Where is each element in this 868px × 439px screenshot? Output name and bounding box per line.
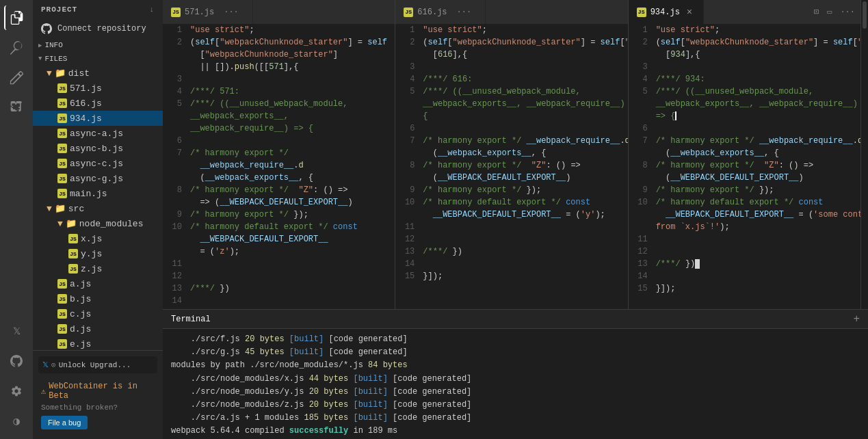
tab-label: 616.js bbox=[417, 8, 447, 17]
terminal-tab-label[interactable]: Terminal bbox=[171, 315, 211, 324]
tree-folder-src[interactable]: ▼ 📁 src bbox=[33, 201, 163, 216]
editor-content-1[interactable]: 1"use strict"; 2(self["webpackChunknode_… bbox=[163, 24, 395, 309]
terminal-line: ./src/f.js 20 bytes [built] [code genera… bbox=[171, 333, 860, 346]
project-header: PROJECT ↓ bbox=[33, 0, 163, 19]
terminal-line: ./src/node_modules/y.js 20 bytes [built]… bbox=[171, 386, 860, 399]
tree-file-ejs[interactable]: JS e.js bbox=[33, 336, 163, 350]
file-tree: ▼ 📁 dist JS 571.js JS 616.js JS 934.js J… bbox=[33, 66, 163, 350]
terminal-line: ./src/node_modules/z.js 20 bytes [built]… bbox=[171, 399, 860, 412]
terminal-add-button[interactable]: + bbox=[853, 313, 860, 325]
editor-area: JS 571.js ··· 1"use strict"; 2(self["web… bbox=[163, 0, 868, 439]
tab-616js[interactable]: JS 616.js ··· bbox=[395, 0, 486, 24]
tree-file-asyncg[interactable]: JS async-g.js bbox=[33, 171, 163, 186]
js-icon: JS bbox=[57, 159, 67, 168]
info-collapse-icon: ▶ bbox=[38, 42, 42, 49]
webcontainer-desc: Something broken? bbox=[41, 403, 155, 412]
js-icon: JS bbox=[57, 114, 67, 123]
activity-bottom: 𝕏 ◑ bbox=[4, 319, 29, 439]
tree-file-bjs[interactable]: JS b.js bbox=[33, 291, 163, 306]
editor-pane-3: JS 934.js × ⊡ ▭ ··· 1"use strict"; 2(sel… bbox=[629, 0, 861, 309]
tab-more-1[interactable]: ··· bbox=[218, 8, 244, 17]
theme-icon[interactable]: ◑ bbox=[4, 409, 29, 434]
tree-file-asynca[interactable]: JS async-a.js bbox=[33, 126, 163, 141]
github-small-icon: ⊙ bbox=[51, 360, 56, 369]
files-section[interactable]: ▼ FILES bbox=[33, 52, 163, 66]
sidebar-bottom: 𝕏 ⊙ Unlock Upgrad... ⚠ WebContainer is i… bbox=[33, 350, 163, 439]
js-icon: JS bbox=[57, 339, 67, 349]
tree-file-yjs[interactable]: JS y.js bbox=[33, 246, 163, 261]
terminal-content[interactable]: ./src/f.js 20 bytes [built] [code genera… bbox=[163, 329, 868, 439]
git-icon[interactable] bbox=[4, 66, 29, 90]
editor-pane-2: JS 616.js ··· 1"use strict"; 2(self["web… bbox=[395, 0, 628, 309]
info-label: INFO bbox=[44, 41, 62, 49]
bug-button[interactable]: File a bug bbox=[41, 416, 88, 429]
tab-label: 571.js bbox=[185, 8, 214, 17]
tree-file-asyncb[interactable]: JS async-b.js bbox=[33, 141, 163, 156]
files-icon[interactable] bbox=[4, 5, 29, 30]
editor-content-2[interactable]: 1"use strict"; 2(self["webpackChunknode_… bbox=[395, 24, 627, 309]
js-icon: JS bbox=[68, 249, 78, 258]
search-icon[interactable] bbox=[4, 36, 29, 60]
tree-file-934js[interactable]: JS 934.js bbox=[33, 111, 163, 126]
editor-content-3[interactable]: 1"use strict"; 2(self["webpackChunknode_… bbox=[629, 24, 860, 309]
scrollbar-thumb[interactable] bbox=[863, 1, 867, 29]
extensions-icon[interactable] bbox=[4, 96, 29, 120]
js-icon: JS bbox=[57, 324, 67, 334]
tree-file-xjs[interactable]: JS x.js bbox=[33, 231, 163, 246]
js-icon: JS bbox=[57, 279, 67, 289]
tab-934js[interactable]: JS 934.js × bbox=[629, 0, 704, 24]
tab-close-button[interactable]: × bbox=[684, 7, 695, 18]
tab-571js[interactable]: JS 571.js ··· bbox=[163, 0, 253, 24]
terminal-header: Terminal + bbox=[163, 310, 868, 329]
cloud-icon[interactable]: ↓ bbox=[149, 5, 155, 14]
js-icon: JS bbox=[57, 129, 67, 138]
github-bottom-icon[interactable] bbox=[4, 349, 29, 373]
twitter-icon[interactable]: 𝕏 bbox=[4, 319, 29, 343]
overflow-icon[interactable]: ··· bbox=[837, 6, 858, 18]
js-icon: JS bbox=[57, 309, 67, 319]
terminal-line: ./src/a.js + 1 modules 185 bytes [built]… bbox=[171, 412, 860, 425]
tree-folder-node_modules[interactable]: ▼ 📁 node_modules bbox=[33, 216, 163, 231]
upgrade-banner: 𝕏 ⊙ Unlock Upgrad... bbox=[38, 356, 157, 373]
tree-file-616js[interactable]: JS 616.js bbox=[33, 96, 163, 111]
tree-file-asyncc[interactable]: JS async-c.js bbox=[33, 156, 163, 171]
tree-file-cjs[interactable]: JS c.js bbox=[33, 306, 163, 321]
tree-file-zjs[interactable]: JS z.js bbox=[33, 261, 163, 276]
sidebar: PROJECT ↓ Connect repository ▶ INFO ▼ FI… bbox=[33, 0, 163, 439]
tree-file-djs[interactable]: JS d.js bbox=[33, 321, 163, 336]
upgrade-label[interactable]: Unlock Upgrad... bbox=[59, 361, 131, 369]
folder-icon: ▼ bbox=[47, 204, 52, 214]
js-icon: JS bbox=[68, 264, 78, 274]
twitter-small-icon: 𝕏 bbox=[42, 360, 49, 369]
editors-row: JS 571.js ··· 1"use strict"; 2(self["web… bbox=[163, 0, 868, 309]
terminal-line: ./src/node_modules/x.js 44 bytes [built]… bbox=[171, 373, 860, 386]
terminal-panel: Terminal + ./src/f.js 20 bytes [built] [… bbox=[163, 309, 868, 439]
js-icon: JS bbox=[57, 144, 67, 153]
folder-icon: ▼ bbox=[47, 68, 52, 79]
tree-folder-dist[interactable]: ▼ 📁 dist bbox=[33, 66, 163, 81]
warning-icon: ⚠ bbox=[41, 386, 46, 397]
webcontainer-title: ⚠ WebContainer is in Beta bbox=[41, 382, 155, 401]
tree-file-mainjs[interactable]: JS main.js bbox=[33, 186, 163, 201]
files-label: FILES bbox=[44, 55, 67, 63]
settings-icon[interactable] bbox=[4, 379, 29, 403]
folder-icon: ▼ bbox=[57, 219, 63, 229]
tab-bar-2: JS 616.js ··· bbox=[395, 0, 627, 24]
split-icon[interactable]: ⊡ bbox=[811, 5, 821, 18]
activity-bar: 𝕏 ◑ bbox=[0, 0, 33, 439]
files-collapse-icon: ▼ bbox=[38, 55, 42, 62]
editor-scrollbar[interactable] bbox=[861, 0, 868, 309]
layout-icon[interactable]: ▭ bbox=[824, 5, 834, 18]
tree-file-571js[interactable]: JS 571.js bbox=[33, 81, 163, 96]
tab-more-2[interactable]: ··· bbox=[451, 8, 477, 17]
info-section[interactable]: ▶ INFO bbox=[33, 38, 163, 52]
js-icon: JS bbox=[57, 174, 67, 183]
terminal-line: modules by path ./src/node_modules/*.js … bbox=[171, 359, 860, 372]
tree-file-ajs[interactable]: JS a.js bbox=[33, 276, 163, 291]
tab-actions-3: ⊡ ▭ ··· bbox=[808, 0, 860, 24]
connect-repo-button[interactable]: Connect repository bbox=[33, 19, 163, 38]
js-icon: JS bbox=[57, 189, 67, 198]
tab-label: 934.js bbox=[650, 8, 680, 17]
js-icon: JS bbox=[57, 83, 67, 93]
js-icon: JS bbox=[57, 98, 67, 108]
